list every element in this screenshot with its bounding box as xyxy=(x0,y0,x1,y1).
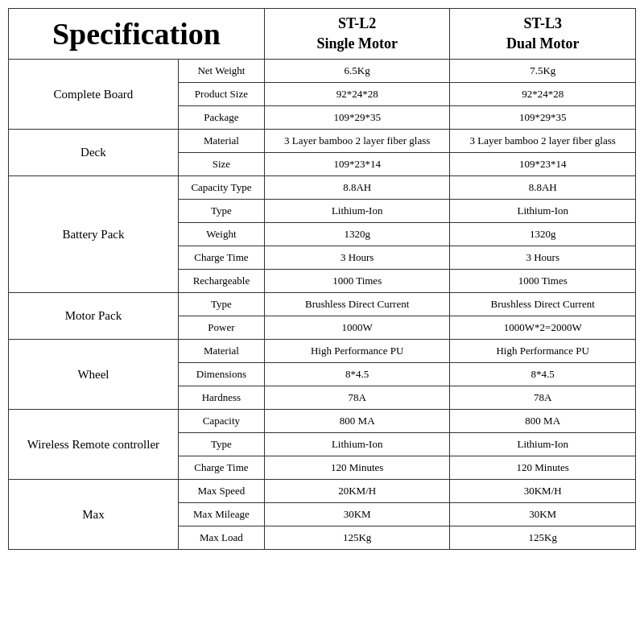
spec-table: Specification ST-L2 Single Motor ST-L3 D… xyxy=(8,8,636,550)
spec-value-col1: High Performance PU xyxy=(264,340,450,363)
spec-name: Material xyxy=(178,340,264,363)
spec-value-col2: 800 MA xyxy=(450,410,636,433)
table-row: Wireless Remote controllerCapacity800 MA… xyxy=(9,410,636,433)
category-cell: Deck xyxy=(9,130,179,176)
spec-value-col2: Lithium-Ion xyxy=(450,433,636,456)
spec-value-col1: 1000 Times xyxy=(264,270,450,293)
category-cell: Battery Pack xyxy=(9,176,179,293)
spec-name: Capacity Type xyxy=(178,176,264,200)
spec-name: Product Size xyxy=(178,83,264,106)
spec-value-col1: 1320g xyxy=(264,223,450,246)
spec-value-col1: 92*24*28 xyxy=(264,83,450,106)
spec-value-col2: 3 Hours xyxy=(450,246,636,270)
spec-name: Size xyxy=(178,153,264,176)
spec-value-col1: 3 Layer bamboo 2 layer fiber glass xyxy=(264,130,450,153)
spec-value-col2: 8*4.5 xyxy=(450,363,636,386)
spec-value-col2: High Performance PU xyxy=(450,340,636,363)
spec-value-col1: 30KM xyxy=(264,503,450,526)
spec-value-col2: 1000 Times xyxy=(450,270,636,293)
spec-value-col1: 8*4.5 xyxy=(264,363,450,386)
table-row: Battery PackCapacity Type8.8AH8.8AH xyxy=(9,176,636,200)
spec-value-col1: 109*23*14 xyxy=(264,153,450,176)
spec-value-col2: 78A xyxy=(450,386,636,410)
table-title: Specification xyxy=(9,9,265,60)
spec-name: Net Weight xyxy=(178,60,264,83)
spec-value-col1: 3 Hours xyxy=(264,246,450,270)
table-row: DeckMaterial3 Layer bamboo 2 layer fiber… xyxy=(9,130,636,153)
spec-name: Type xyxy=(178,293,264,316)
spec-value-col1: 20KM/H xyxy=(264,480,450,503)
spec-value-col2: 109*29*35 xyxy=(450,106,636,130)
category-cell: Max xyxy=(9,480,179,550)
spec-value-col1: 800 MA xyxy=(264,410,450,433)
spec-value-col1: 125Kg xyxy=(264,526,450,550)
spec-name: Rechargeable xyxy=(178,270,264,293)
spec-name: Type xyxy=(178,200,264,223)
table-row: MaxMax Speed20KM/H30KM/H xyxy=(9,480,636,503)
spec-value-col2: 1000W*2=2000W xyxy=(450,316,636,340)
spec-value-col1: 1000W xyxy=(264,316,450,340)
category-cell: Wireless Remote controller xyxy=(9,410,179,480)
table-row: Motor PackTypeBrushless Direct CurrentBr… xyxy=(9,293,636,316)
spec-name: Max Load xyxy=(178,526,264,550)
spec-value-col2: Brushless Direct Current xyxy=(450,293,636,316)
spec-value-col2: 7.5Kg xyxy=(450,60,636,83)
spec-name: Package xyxy=(178,106,264,130)
table-row: WheelMaterialHigh Performance PUHigh Per… xyxy=(9,340,636,363)
spec-name: Dimensions xyxy=(178,363,264,386)
col2-header: ST-L3 Dual Motor xyxy=(450,9,636,60)
spec-name: Capacity xyxy=(178,410,264,433)
spec-value-col1: 6.5Kg xyxy=(264,60,450,83)
page: Specification ST-L2 Single Motor ST-L3 D… xyxy=(0,0,644,644)
spec-name: Max Speed xyxy=(178,480,264,503)
spec-value-col1: 109*29*35 xyxy=(264,106,450,130)
spec-name: Power xyxy=(178,316,264,340)
category-cell: Wheel xyxy=(9,340,179,410)
category-cell: Motor Pack xyxy=(9,293,179,340)
spec-name: Charge Time xyxy=(178,246,264,270)
spec-value-col2: 92*24*28 xyxy=(450,83,636,106)
spec-value-col2: 1320g xyxy=(450,223,636,246)
spec-name: Charge Time xyxy=(178,456,264,480)
spec-value-col2: 120 Minutes xyxy=(450,456,636,480)
spec-value-col2: 30KM xyxy=(450,503,636,526)
spec-value-col1: Lithium-Ion xyxy=(264,433,450,456)
spec-name: Max Mileage xyxy=(178,503,264,526)
spec-value-col1: Brushless Direct Current xyxy=(264,293,450,316)
spec-value-col1: 78A xyxy=(264,386,450,410)
table-row: Complete BoardNet Weight6.5Kg7.5Kg xyxy=(9,60,636,83)
spec-name: Hardness xyxy=(178,386,264,410)
col1-header: ST-L2 Single Motor xyxy=(264,9,450,60)
spec-value-col1: 120 Minutes xyxy=(264,456,450,480)
spec-value-col2: 8.8AH xyxy=(450,176,636,200)
spec-value-col2: 109*23*14 xyxy=(450,153,636,176)
spec-value-col2: Lithium-Ion xyxy=(450,200,636,223)
spec-value-col1: Lithium-Ion xyxy=(264,200,450,223)
spec-value-col2: 30KM/H xyxy=(450,480,636,503)
spec-name: Weight xyxy=(178,223,264,246)
spec-value-col2: 125Kg xyxy=(450,526,636,550)
spec-name: Material xyxy=(178,130,264,153)
spec-name: Type xyxy=(178,433,264,456)
category-cell: Complete Board xyxy=(9,60,179,130)
spec-value-col1: 8.8AH xyxy=(264,176,450,200)
spec-value-col2: 3 Layer bamboo 2 layer fiber glass xyxy=(450,130,636,153)
